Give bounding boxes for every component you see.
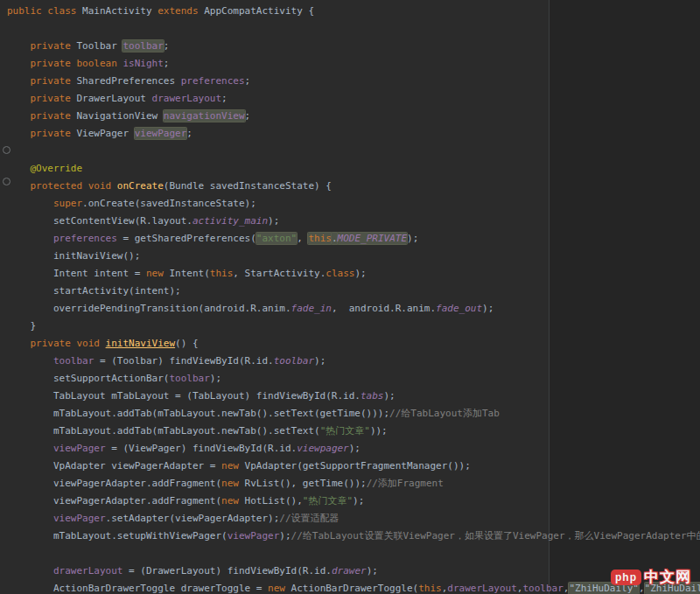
- code-line[interactable]: viewPagerAdapter.addFragment(new RvList(…: [0, 475, 700, 493]
- code-token: ));: [370, 425, 388, 437]
- code-line[interactable]: ActionBarDrawerToggle drawerToggle = new…: [0, 580, 700, 594]
- code-token: );: [407, 233, 418, 244]
- code-token: super: [53, 198, 82, 209]
- code-token: [7, 513, 53, 524]
- code-line[interactable]: protected void onCreate(Bundle savedInst…: [0, 178, 700, 195]
- code-token: TabLayout mTabLayout = (TabLayout) findV…: [7, 390, 360, 402]
- code-token: class: [326, 268, 354, 279]
- code-line[interactable]: VpAdapter viewPagerAdapter = new VpAdapt…: [0, 458, 700, 475]
- code-line[interactable]: Intent intent = new Intent(this, StartAc…: [0, 265, 700, 283]
- code-line[interactable]: [0, 545, 700, 563]
- code-token: [7, 145, 31, 157]
- code-token: .onCreate(savedInstanceState);: [82, 198, 256, 209]
- code-line[interactable]: setSupportActionBar(toolbar);: [0, 370, 700, 388]
- code-token: ViewPager: [76, 128, 134, 139]
- code-token: navigationView: [164, 110, 245, 122]
- code-token: RvList(), getTime());: [245, 478, 367, 489]
- code-token: );: [353, 495, 364, 507]
- code-token: ;: [245, 110, 251, 122]
- code-token: void: [76, 338, 105, 349]
- code-token: toolbar: [53, 355, 94, 367]
- code-token: toolbar: [169, 373, 209, 384]
- code-line[interactable]: private NavigationView navigationView;: [0, 108, 700, 125]
- code-line[interactable]: drawerLayout = (DrawerLayout) findViewBy…: [0, 563, 700, 580]
- code-token: new: [221, 495, 245, 507]
- code-token: class: [47, 5, 82, 17]
- code-editor[interactable]: public class MainActivity extends AppCom…: [0, 0, 700, 594]
- code-line[interactable]: private ViewPager viewPager;: [0, 125, 700, 143]
- code-token: AppCompatActivity {: [204, 5, 314, 17]
- code-token: [7, 58, 31, 69]
- override-marker-icon[interactable]: [3, 178, 10, 185]
- code-token: );: [349, 443, 360, 454]
- code-token: "热门文章": [303, 495, 353, 507]
- code-line[interactable]: mTabLayout.addTab(mTabLayout.newTab().se…: [0, 423, 700, 440]
- code-line[interactable]: viewPager.setAdapter(viewPagerAdapter);/…: [0, 510, 700, 528]
- code-token: [7, 233, 53, 244]
- code-token: viewPager: [53, 443, 106, 454]
- code-line[interactable]: mTabLayout.setupWithViewPager(viewPager)…: [0, 528, 700, 545]
- code-token: .: [332, 233, 338, 244]
- code-token: private: [31, 40, 77, 52]
- code-line[interactable]: viewPager = (ViewPager) findViewById(R.i…: [0, 440, 700, 458]
- code-token: overridePendingTransition(android.R.anim…: [7, 303, 291, 314]
- code-token: initNaviView: [106, 338, 175, 349]
- code-token: drawer: [332, 565, 367, 577]
- code-token: this: [308, 233, 332, 244]
- code-line[interactable]: preferences = getSharedPreferences("axto…: [0, 230, 700, 248]
- code-line[interactable]: @Override: [0, 160, 700, 178]
- code-line[interactable]: private boolean isNight;: [0, 55, 700, 73]
- code-token: [7, 128, 31, 139]
- code-line[interactable]: setContentView(R.layout.activity_main);: [0, 213, 700, 230]
- code-token: //给TabLayout添加Tab: [389, 408, 500, 419]
- code-token: , StartActivity.: [233, 268, 326, 279]
- code-token: viewPagerAdapter.addFragment(: [7, 495, 221, 507]
- code-line[interactable]: public class MainActivity extends AppCom…: [0, 3, 700, 20]
- override-marker-icon[interactable]: [3, 146, 10, 154]
- code-line[interactable]: [0, 143, 700, 160]
- code-token: private: [31, 93, 77, 104]
- code-token: );: [383, 390, 395, 402]
- code-line[interactable]: startActivity(intent);: [0, 283, 700, 300]
- code-line[interactable]: initNaviView();: [0, 248, 700, 265]
- code-token: mTabLayout.addTab(mTabLayout.newTab().se…: [7, 425, 320, 437]
- code-token: mTabLayout.setupWithViewPager(: [7, 530, 228, 542]
- code-token: viewPagerAdapter.addFragment(: [7, 478, 221, 489]
- code-token: ,: [297, 233, 308, 244]
- code-token: private: [31, 58, 77, 69]
- code-line[interactable]: toolbar = (Toolbar) findViewById(R.id.to…: [0, 353, 700, 370]
- code-token: Toolbar: [76, 40, 122, 52]
- code-token: //添加Fragment: [367, 478, 444, 489]
- code-token: [7, 40, 31, 52]
- code-token: );: [268, 215, 279, 227]
- code-token: "热门文章": [320, 425, 370, 437]
- code-token: private: [31, 128, 77, 139]
- code-line[interactable]: overridePendingTransition(android.R.anim…: [0, 300, 700, 318]
- code-token: fade_in: [291, 303, 332, 314]
- code-token: [7, 355, 53, 367]
- code-token: HotList(),: [245, 495, 303, 507]
- code-line[interactable]: private void initNaviView() {: [0, 335, 700, 353]
- code-token: [7, 93, 31, 104]
- code-line[interactable]: TabLayout mTabLayout = (TabLayout) findV…: [0, 388, 700, 405]
- code-line[interactable]: super.onCreate(savedInstanceState);: [0, 195, 700, 213]
- code-line[interactable]: private SharedPreferences preferences;: [0, 73, 700, 90]
- code-token: drawerLayout: [152, 93, 221, 104]
- code-line[interactable]: mTabLayout.addTab(mTabLayout.newTab().se…: [0, 405, 700, 423]
- code-token: );: [482, 303, 494, 314]
- code-line[interactable]: }: [0, 318, 700, 335]
- code-line[interactable]: viewPagerAdapter.addFragment(new HotList…: [0, 493, 700, 510]
- code-line[interactable]: private Toolbar toolbar;: [0, 38, 700, 55]
- code-token: void: [88, 180, 117, 192]
- code-token: = (Toolbar) findViewById(R.id.: [94, 355, 273, 367]
- code-token: setContentView(R.layout.: [7, 215, 192, 227]
- code-line[interactable]: private DrawerLayout drawerLayout;: [0, 90, 700, 108]
- code-token: ActionBarDrawerToggle drawerToggle =: [7, 583, 268, 594]
- code-token: extends: [158, 5, 204, 17]
- code-token: = (ViewPager) findViewById(R.id.: [106, 443, 298, 454]
- code-token: boolean: [76, 58, 122, 69]
- code-area[interactable]: public class MainActivity extends AppCom…: [0, 3, 700, 594]
- code-token: Intent intent =: [7, 268, 146, 279]
- code-line[interactable]: [0, 20, 700, 38]
- code-token: private: [31, 338, 77, 349]
